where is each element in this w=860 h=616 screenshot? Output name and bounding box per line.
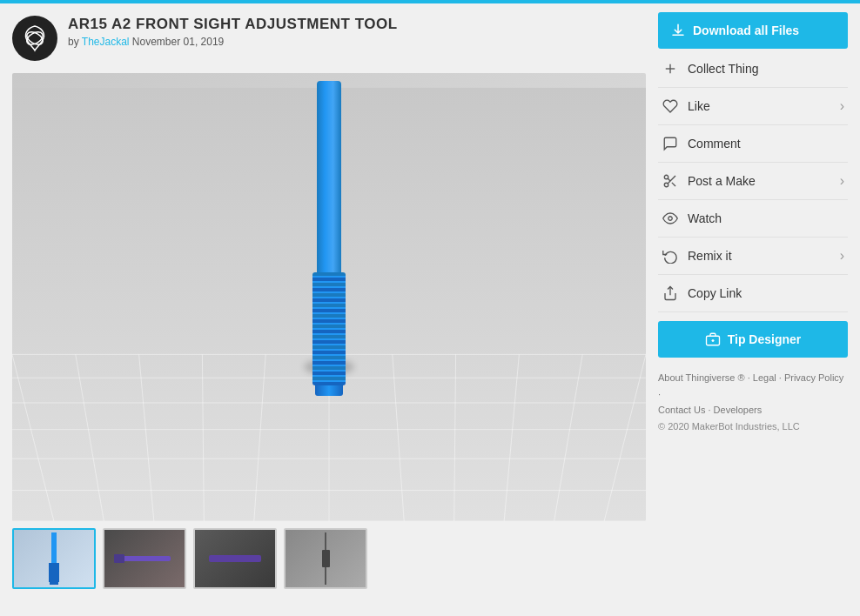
svg-rect-28 — [209, 555, 261, 562]
page-title: AR15 A2 FRONT SIGHT ADJUSTMENT TOOL — [68, 16, 398, 33]
svg-rect-30 — [322, 550, 330, 567]
tool-cylinder — [317, 81, 341, 272]
collect-thing-button[interactable]: Collect Thing — [658, 50, 848, 88]
tool-3d-render — [312, 81, 346, 396]
comment-label: Comment — [688, 137, 741, 151]
post-make-icon — [662, 172, 679, 190]
remix-icon — [662, 247, 679, 264]
tip-designer-label: Tip Designer — [728, 332, 802, 346]
contact-link[interactable]: Contact Us — [658, 405, 705, 415]
svg-line-36 — [672, 183, 675, 186]
thumb-4-preview — [286, 530, 366, 587]
scissors-icon — [662, 173, 678, 189]
svg-point-38 — [669, 217, 673, 221]
share-icon — [662, 285, 678, 301]
copy-link-button[interactable]: Copy Link — [658, 275, 848, 312]
comment-icon — [662, 135, 679, 152]
svg-line-37 — [668, 178, 670, 181]
watch-button[interactable]: Watch — [658, 200, 848, 238]
copy-link-label: Copy Link — [688, 286, 742, 300]
title-section: AR15 A2 FRONT SIGHT ADJUSTMENT TOOL by T… — [12, 12, 646, 64]
site-logo-icon — [16, 19, 54, 57]
footer-links: About Thingiverse ® · Legal · Privacy Po… — [658, 370, 848, 435]
thumb-3-preview — [195, 530, 275, 587]
refresh-icon — [662, 248, 678, 264]
footer-row-1: About Thingiverse ® · Legal · Privacy Po… — [658, 370, 848, 402]
copy-link-icon — [662, 285, 679, 302]
thumbnail-1[interactable] — [12, 528, 96, 589]
title-text-block: AR15 A2 FRONT SIGHT ADJUSTMENT TOOL by T… — [68, 16, 398, 48]
collect-icon — [662, 60, 679, 77]
author-by-label: by — [68, 36, 79, 48]
main-image — [12, 73, 646, 521]
svg-rect-23 — [51, 532, 57, 563]
plus-icon — [662, 61, 678, 77]
thumbnail-3[interactable] — [193, 528, 277, 589]
thumbnail-2[interactable] — [103, 528, 186, 589]
remix-button[interactable]: Remix it › — [658, 238, 848, 275]
eye-icon — [662, 211, 678, 226]
watch-icon — [662, 210, 679, 227]
post-make-arrow: › — [840, 173, 844, 189]
thumb-2-preview — [104, 530, 185, 587]
svg-rect-24 — [49, 563, 59, 582]
avatar — [12, 16, 57, 61]
download-button[interactable]: Download all Files — [658, 12, 848, 49]
publish-date: November 01, 2019 — [132, 36, 224, 48]
collect-label: Collect Thing — [688, 62, 758, 76]
svg-point-33 — [664, 175, 669, 179]
like-arrow: › — [840, 98, 844, 114]
thumb-3-icon — [205, 550, 265, 567]
svg-rect-25 — [50, 582, 58, 585]
tip-icon — [705, 331, 721, 347]
main-layout: AR15 A2 FRONT SIGHT ADJUSTMENT TOOL by T… — [0, 3, 860, 598]
download-label: Download all Files — [693, 23, 799, 37]
watch-label: Watch — [688, 211, 722, 225]
tool-bottom — [315, 385, 343, 396]
remix-arrow: › — [840, 248, 844, 264]
author-link[interactable]: TheJackal — [82, 36, 130, 48]
privacy-link[interactable]: Privacy Policy — [784, 372, 843, 383]
right-sidebar: Download all Files Collect Thing Like › — [658, 12, 848, 589]
like-icon — [662, 97, 679, 115]
thumbnails-row — [12, 528, 646, 589]
like-button[interactable]: Like › — [658, 88, 848, 125]
heart-icon — [662, 98, 678, 114]
thumb-1-icon — [41, 532, 67, 585]
tool-grip — [312, 272, 346, 385]
download-icon — [670, 23, 686, 38]
like-label: Like — [688, 99, 710, 113]
comment-button[interactable]: Comment — [658, 125, 848, 163]
thumb-4-icon — [315, 532, 337, 585]
thumb-2-icon — [114, 550, 175, 567]
about-link[interactable]: About Thingiverse ® — [658, 372, 745, 383]
post-make-button[interactable]: Post a Make › — [658, 163, 848, 200]
svg-rect-26 — [118, 556, 171, 561]
left-content: AR15 A2 FRONT SIGHT ADJUSTMENT TOOL by T… — [12, 12, 646, 589]
developers-link[interactable]: Developers — [714, 405, 763, 415]
thumbnail-4[interactable] — [284, 528, 367, 589]
thumb-1-preview — [14, 530, 94, 587]
copyright-text: © 2020 MakerBot Industries, LLC — [658, 418, 848, 435]
chat-icon — [662, 136, 678, 151]
svg-rect-27 — [114, 554, 124, 563]
author-meta: by TheJackal November 01, 2019 — [68, 36, 398, 48]
post-make-label: Post a Make — [688, 174, 756, 188]
footer-row-2: Contact Us · Developers — [658, 402, 848, 418]
svg-point-34 — [664, 183, 669, 187]
legal-link[interactable]: Legal — [753, 372, 776, 383]
remix-label: Remix it — [688, 249, 732, 263]
tip-designer-button[interactable]: Tip Designer — [658, 321, 848, 358]
